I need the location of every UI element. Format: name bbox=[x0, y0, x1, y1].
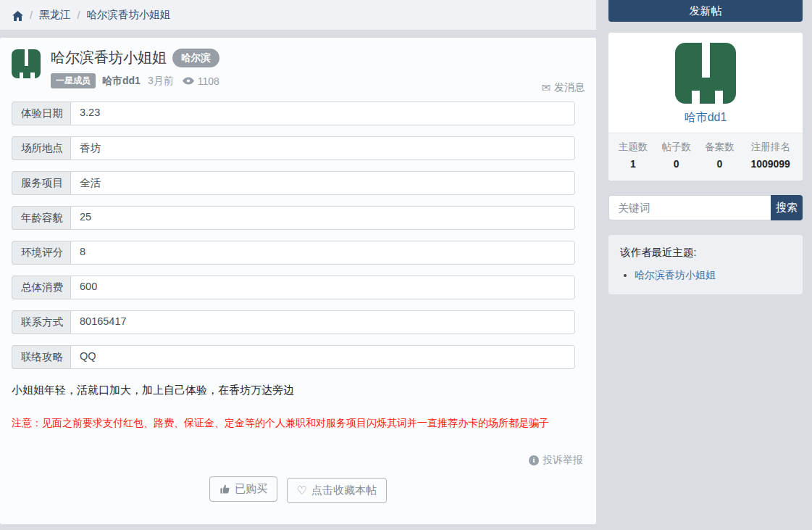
stat-label: 主题数 bbox=[611, 141, 655, 154]
sidebar: 发新帖 哈市dd1 主题数 1 帖子数 0 bbox=[596, 0, 812, 530]
avatar-logo-shape bbox=[702, 43, 710, 78]
stat-value: 1 bbox=[611, 158, 655, 170]
field-row: 体验日期 3.23 bbox=[12, 102, 575, 125]
stat-label: 注册排名 bbox=[741, 141, 800, 154]
main-column: / 黑龙江 / 哈尔滨香坊小姐姐 哈尔滨香坊小姐姐 哈尔滨 一星成员 哈市dd1… bbox=[0, 0, 596, 524]
stat-item: 注册排名 1009099 bbox=[741, 141, 800, 170]
recent-topics-title: 该作者最近主题: bbox=[620, 246, 791, 260]
field-value[interactable]: 80165417 bbox=[70, 310, 575, 334]
post-body-text: 小姐姐年轻，活就口加大，加上自己体验，在香坊万达旁边 bbox=[12, 384, 585, 397]
search-bar: 搜索 bbox=[608, 195, 803, 220]
stat-value: 1009099 bbox=[741, 158, 800, 170]
post-title: 哈尔滨香坊小姐姐 bbox=[51, 48, 167, 67]
field-label: 体验日期 bbox=[12, 102, 70, 125]
breadcrumb-separator: / bbox=[30, 9, 33, 21]
view-count: 1108 bbox=[183, 75, 219, 87]
envelope-icon: ✉ bbox=[541, 81, 551, 94]
post-author[interactable]: 哈市dd1 bbox=[102, 75, 141, 88]
post-card: 哈尔滨香坊小姐姐 哈尔滨 一星成员 哈市dd1 3月前 1108 ✉ 发消息 bbox=[0, 38, 596, 524]
recent-topics-card: 该作者最近主题: 哈尔滨香坊小姐姐 bbox=[608, 235, 803, 294]
thumbs-up-icon bbox=[219, 484, 230, 494]
field-value[interactable]: QQ bbox=[70, 345, 575, 369]
field-label: 服务项目 bbox=[12, 171, 70, 195]
breadcrumb: / 黑龙江 / 哈尔滨香坊小姐姐 bbox=[0, 0, 596, 30]
post-fields: 体验日期 3.23 场所地点 香坊 服务项目 全活 年龄容貌 25 bbox=[12, 102, 575, 369]
stat-item: 帖子数 0 bbox=[655, 141, 698, 170]
post-header: 哈尔滨香坊小姐姐 哈尔滨 一星成员 哈市dd1 3月前 1108 ✉ 发消息 bbox=[12, 48, 585, 88]
search-button[interactable]: 搜索 bbox=[771, 195, 803, 220]
author-name-link[interactable]: 哈市dd1 bbox=[617, 110, 794, 125]
stat-item: 主题数 1 bbox=[611, 141, 655, 170]
breadcrumb-link-province[interactable]: 黑龙江 bbox=[39, 8, 71, 22]
send-message-link[interactable]: ✉ 发消息 bbox=[541, 81, 585, 94]
breadcrumb-separator: / bbox=[78, 9, 80, 21]
field-label: 环境评分 bbox=[12, 241, 70, 265]
stat-label: 备案数 bbox=[698, 141, 742, 154]
stat-label: 帖子数 bbox=[655, 141, 698, 154]
report-row: i 投诉举报 bbox=[12, 453, 585, 467]
info-icon: i bbox=[529, 455, 539, 465]
new-post-button[interactable]: 发新帖 bbox=[608, 0, 803, 22]
post-time: 3月前 bbox=[148, 75, 174, 88]
breadcrumb-current-post[interactable]: 哈尔滨香坊小姐姐 bbox=[87, 8, 171, 22]
field-label: 联络攻略 bbox=[12, 345, 70, 369]
region-badge: 哈尔滨 bbox=[172, 49, 219, 67]
field-row: 总体消费 600 bbox=[12, 276, 575, 299]
author-card: 哈市dd1 主题数 1 帖子数 0 备案数 0 bbox=[608, 33, 803, 181]
member-level-badge: 一星成员 bbox=[51, 73, 96, 88]
stat-item: 备案数 0 bbox=[698, 141, 742, 170]
recent-topic-link[interactable]: 哈尔滨香坊小姐姐 bbox=[635, 269, 716, 281]
field-value[interactable]: 25 bbox=[70, 206, 575, 230]
heart-icon: ♡ bbox=[297, 485, 307, 497]
field-value[interactable]: 香坊 bbox=[70, 136, 575, 160]
field-label: 场所地点 bbox=[12, 136, 70, 160]
field-row: 服务项目 全活 bbox=[12, 171, 575, 195]
field-label: 联系方式 bbox=[12, 310, 70, 334]
field-value[interactable]: 8 bbox=[70, 241, 575, 265]
recent-topic-item: 哈尔滨香坊小姐姐 bbox=[635, 269, 791, 282]
field-value[interactable]: 600 bbox=[70, 276, 575, 299]
field-label: 年龄容貌 bbox=[12, 206, 70, 230]
scam-warning-text: 注意：见面之前要求支付红包、路费、保证金、定金等的个人兼职和对服务项目闪烁其词并… bbox=[12, 417, 585, 430]
post-actions: 已购买 ♡点击收藏本帖 bbox=[12, 476, 585, 504]
author-stats: 主题数 1 帖子数 0 备案数 0 注册排名 1009099 bbox=[608, 133, 803, 181]
stat-value: 0 bbox=[698, 158, 742, 170]
field-value[interactable]: 3.23 bbox=[70, 102, 575, 125]
favorite-button[interactable]: ♡点击收藏本帖 bbox=[287, 478, 387, 503]
post-avatar bbox=[12, 49, 41, 78]
home-icon[interactable] bbox=[12, 11, 23, 21]
field-row: 年龄容貌 25 bbox=[12, 206, 575, 230]
field-row: 场所地点 香坊 bbox=[12, 136, 575, 160]
author-avatar bbox=[675, 43, 736, 104]
stat-value: 0 bbox=[655, 158, 698, 170]
eye-icon bbox=[183, 77, 194, 85]
field-row: 联络攻略 QQ bbox=[12, 345, 575, 369]
field-row: 环境评分 8 bbox=[12, 241, 575, 265]
report-link[interactable]: i 投诉举报 bbox=[529, 454, 583, 467]
field-value[interactable]: 全活 bbox=[70, 171, 575, 195]
purchased-button[interactable]: 已购买 bbox=[209, 476, 277, 502]
avatar-logo-shape bbox=[25, 49, 28, 66]
recent-topics-list: 哈尔滨香坊小姐姐 bbox=[620, 269, 791, 282]
search-input[interactable] bbox=[608, 195, 771, 220]
field-row: 联系方式 80165417 bbox=[12, 310, 575, 334]
field-label: 总体消费 bbox=[12, 276, 70, 299]
